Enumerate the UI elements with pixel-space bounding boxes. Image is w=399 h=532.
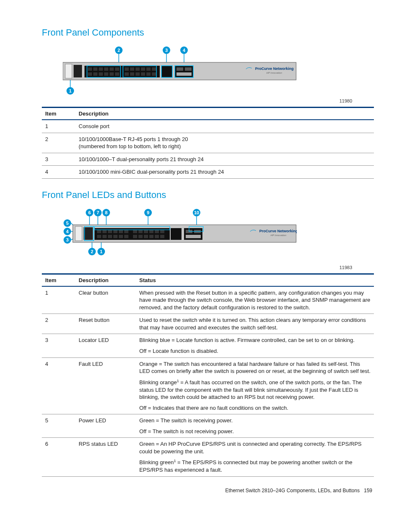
svg-rect-88 (155, 230, 159, 233)
svg-rect-84 (133, 230, 137, 233)
svg-rect-87 (149, 230, 153, 233)
table-leds: Item Description Status 1Clear buttonWhe… (42, 273, 374, 477)
svg-rect-90 (133, 235, 137, 238)
svg-text:6: 6 (88, 210, 91, 215)
th-item: Item (42, 274, 75, 286)
svg-rect-39 (185, 67, 192, 71)
table-row: 3Locator LEDBlinking blue = Locate funct… (42, 334, 374, 357)
svg-rect-79 (102, 235, 107, 238)
svg-rect-76 (119, 230, 123, 233)
svg-rect-29 (152, 67, 156, 71)
svg-rect-89 (160, 230, 164, 233)
cell-desc: Clear button (75, 286, 136, 314)
th-desc: Description (75, 274, 136, 286)
cell-desc: Reset button (75, 314, 136, 334)
svg-text:5: 5 (66, 221, 69, 226)
table-row: 410/100/1000 mini-GBIC dual-personality … (42, 166, 374, 179)
svg-rect-16 (110, 67, 114, 71)
cell-item: 6 (42, 438, 75, 477)
svg-rect-38 (176, 67, 183, 71)
svg-rect-8 (74, 65, 82, 77)
svg-rect-35 (152, 72, 156, 76)
svg-rect-18 (88, 72, 92, 76)
svg-rect-33 (141, 72, 145, 76)
cell-desc: 10/100/1000 mini-GBIC dual-personality p… (75, 166, 374, 179)
cell-status: Green = The switch is receiving power.Of… (136, 414, 374, 438)
table-row: 2Reset buttonUsed to reset the switch wh… (42, 314, 374, 334)
svg-rect-13 (93, 67, 97, 71)
cell-item: 1 (42, 286, 75, 314)
svg-rect-83 (124, 235, 128, 238)
svg-rect-27 (141, 67, 145, 71)
cell-status: When pressed with the Reset button in a … (136, 286, 374, 314)
svg-rect-80 (108, 235, 112, 238)
svg-rect-75 (113, 230, 118, 233)
figure-front-panel-components: 2 3 4 (63, 46, 374, 96)
cell-desc: Console port (75, 120, 374, 133)
svg-rect-85 (138, 230, 143, 233)
cell-desc: Fault LED (75, 357, 136, 414)
figure-id-1: 11980 (42, 98, 352, 103)
svg-rect-78 (97, 235, 101, 238)
svg-text:10: 10 (194, 210, 199, 215)
table-row: 4Fault LEDOrange = The switch has encoun… (42, 357, 374, 414)
svg-rect-73 (102, 230, 107, 233)
cell-item: 2 (42, 133, 75, 153)
svg-rect-32 (136, 72, 140, 76)
cell-item: 1 (42, 120, 75, 133)
table-row: 210/100/1000Base-T RJ-45 ports 1 through… (42, 133, 374, 153)
cell-item: 5 (42, 414, 75, 438)
page-footer: Ethernet Switch 2810–24G Components, LED… (42, 488, 374, 493)
th-item: Item (42, 108, 75, 120)
cell-desc: RPS status LED (75, 438, 136, 477)
cell-desc: 10/100/1000Base-T RJ-45 ports 1 through … (75, 133, 374, 153)
svg-text:9: 9 (147, 210, 149, 215)
figure-id-2: 11983 (42, 265, 352, 270)
svg-text:2: 2 (91, 249, 93, 254)
svg-rect-95 (160, 235, 164, 238)
svg-rect-34 (146, 72, 151, 76)
svg-rect-31 (130, 72, 134, 76)
cell-item: 2 (42, 314, 75, 334)
table-components: Item Description 1Console port210/100/10… (42, 107, 374, 179)
brand-text: ProCurve Networking (255, 67, 294, 71)
cell-status: Green = An HP ProCurve EPS/RPS unit is c… (136, 438, 374, 477)
svg-rect-72 (97, 230, 101, 233)
svg-rect-17 (115, 67, 119, 71)
svg-rect-24 (125, 67, 129, 71)
svg-rect-36 (161, 66, 172, 77)
svg-rect-19 (93, 72, 97, 76)
svg-text:8: 8 (105, 210, 107, 215)
svg-rect-40 (176, 72, 192, 76)
callout-2: 2 (118, 48, 120, 53)
svg-rect-28 (146, 67, 151, 71)
svg-rect-94 (155, 235, 159, 238)
th-status: Status (136, 274, 374, 286)
svg-rect-70 (84, 227, 93, 240)
svg-rect-86 (144, 230, 148, 233)
svg-rect-21 (104, 72, 108, 76)
cell-item: 4 (42, 357, 75, 414)
svg-rect-26 (136, 67, 140, 71)
cell-desc: Locator LED (75, 334, 136, 357)
table-row: 6RPS status LEDGreen = An HP ProCurve EP… (42, 438, 374, 477)
svg-rect-69 (75, 226, 82, 241)
cell-status: Used to reset the switch while it is tur… (136, 314, 374, 334)
callout-4: 4 (183, 48, 186, 53)
svg-rect-96 (171, 228, 182, 240)
cell-status: Orange = The switch has encountered a fa… (136, 357, 374, 414)
svg-text:7: 7 (97, 210, 99, 215)
svg-rect-7 (65, 64, 72, 78)
section-heading-leds: Front Panel LEDs and Buttons (42, 190, 374, 200)
svg-rect-20 (99, 72, 103, 76)
section-heading-components: Front Panel Components (42, 27, 374, 38)
cell-desc: Power LED (75, 414, 136, 438)
svg-text:3: 3 (66, 237, 69, 242)
table-row: 1Clear buttonWhen pressed with the Reset… (42, 286, 374, 314)
svg-rect-100 (186, 235, 201, 238)
svg-rect-92 (144, 235, 148, 238)
table-row: 5Power LEDGreen = The switch is receivin… (42, 414, 374, 438)
svg-rect-12 (88, 67, 92, 71)
svg-rect-30 (125, 72, 129, 76)
th-desc: Description (75, 108, 374, 120)
